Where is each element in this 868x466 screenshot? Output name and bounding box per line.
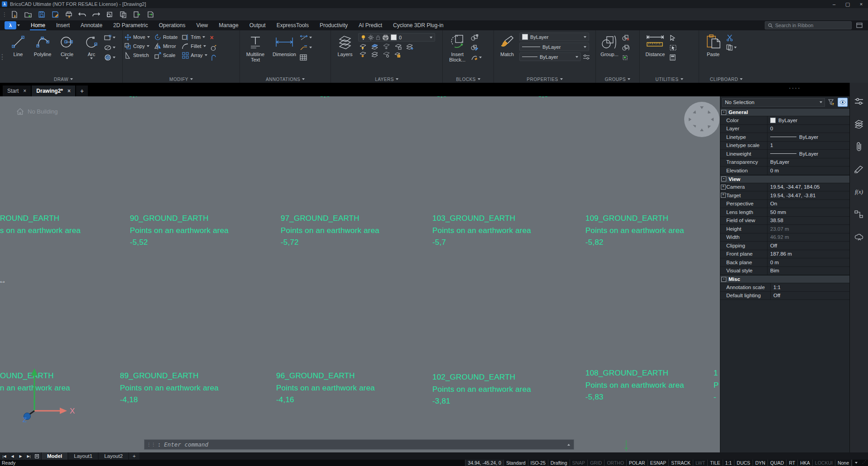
components-panel-icon[interactable]	[854, 232, 864, 242]
tab-expresstools[interactable]: ExpressTools	[271, 20, 314, 30]
match-properties-button[interactable]: Match	[496, 31, 518, 57]
copy-clip-button[interactable]	[726, 44, 737, 51]
layer-freeze-icon[interactable]	[383, 43, 390, 50]
properties-settings-icon[interactable]	[583, 54, 590, 60]
properties-panel-drag-handle[interactable]: ····	[789, 84, 801, 91]
erase-button[interactable]: ×	[210, 34, 217, 41]
save-as-icon[interactable]	[51, 10, 60, 19]
ellipse-dropdown-icon[interactable]	[113, 47, 115, 48]
layer-thaw-icon[interactable]	[383, 52, 390, 58]
lineweight-select[interactable]: ByLayer	[519, 52, 581, 61]
ground-label[interactable]: 96_GROUND_EARTHPoints on an earthwork ar…	[276, 370, 375, 406]
tab-view[interactable]: View	[191, 20, 213, 30]
layer-off-icon[interactable]	[359, 52, 366, 58]
status-annotation-scale[interactable]: 1:1	[723, 460, 735, 466]
tab-home[interactable]: Home	[25, 20, 51, 30]
distance-button[interactable]: Distance	[642, 31, 669, 57]
layer-unlock-icon[interactable]	[394, 43, 402, 50]
building-indicator[interactable]: No Building	[16, 108, 58, 115]
ellipse-button[interactable]	[104, 44, 115, 51]
ribbon-search-input[interactable]: Search in Ribbon	[765, 21, 852, 29]
redo-icon[interactable]	[91, 10, 101, 19]
tab-output[interactable]: Output	[244, 20, 271, 30]
prop-row-default-lighting[interactable]: Default lighting Off	[720, 292, 849, 300]
paste-button[interactable]: Paste	[701, 31, 725, 57]
panel-title-utilities[interactable]: UTILITIES	[642, 76, 697, 83]
ground-label[interactable]: 108_GROUND_EARTHPoints on an earthwork a…	[585, 367, 684, 404]
sheets-panel-icon[interactable]	[854, 164, 864, 174]
fillet-button[interactable]: Fillet	[182, 42, 207, 50]
layer-select[interactable]: 0	[358, 33, 435, 42]
prop-row-perspective[interactable]: Perspective On	[720, 200, 849, 209]
tab-model[interactable]: Model	[42, 452, 67, 460]
status-toggle-rt[interactable]: RT	[786, 460, 798, 466]
insert-block-button[interactable]: InsertBlock...	[445, 31, 470, 62]
status-toggle-lockui[interactable]: LOCKUI	[812, 460, 835, 466]
ribbon-drag-handle[interactable]: ⋮	[0, 30, 5, 83]
ground-label[interactable]: 109_GROUND_EARTHPoints on an earthwork a…	[585, 213, 684, 249]
prop-row-elevation[interactable]: Elevation 0 m	[720, 166, 849, 175]
panel-title-draw[interactable]: DRAW	[6, 76, 120, 83]
layer-merge-icon[interactable]	[371, 52, 378, 58]
prop-row-front-plane[interactable]: Front plane 187.86 m	[720, 250, 849, 259]
command-line[interactable]: ⋮⋮ : Enter command	[144, 439, 574, 450]
status-toggle-quad[interactable]: QUAD	[767, 460, 786, 466]
tab-layout1[interactable]: Layout1	[68, 452, 98, 460]
status-toggle-snap[interactable]: SNAP	[570, 460, 588, 466]
status-options-dropdown[interactable]	[852, 460, 860, 466]
cut-button[interactable]	[726, 34, 737, 41]
panel-title-clipboard[interactable]: CLIPBOARD	[701, 76, 752, 83]
tab-insert[interactable]: Insert	[51, 20, 75, 30]
close-drawing2-tab-icon[interactable]: ×	[67, 88, 71, 94]
section-misc[interactable]: - Misc	[720, 275, 849, 283]
prop-row-annotation-scale[interactable]: Annotation scale 1:1	[720, 283, 849, 292]
export-icon[interactable]	[132, 10, 141, 19]
attachments-panel-icon[interactable]	[854, 142, 864, 152]
structure-panel-icon[interactable]	[854, 209, 864, 219]
dim-style-button[interactable]	[300, 34, 312, 41]
arc-button[interactable]: Arc	[80, 31, 103, 59]
stretch-button[interactable]: Stretch	[125, 51, 150, 59]
command-history-expand-icon[interactable]	[567, 444, 570, 446]
leader-button[interactable]	[300, 44, 312, 51]
close-start-tab-icon[interactable]: ×	[23, 88, 26, 94]
layer-state-add-icon[interactable]	[406, 43, 414, 50]
prop-row-layer[interactable]: Layer 0	[720, 125, 849, 133]
status-coordinates[interactable]: 34.94, -45.24, 0	[465, 460, 504, 466]
layer-lock-tool-icon[interactable]	[394, 52, 401, 58]
status-dimstyle[interactable]: ISO-25	[528, 460, 548, 466]
command-input-placeholder[interactable]: Enter command	[164, 441, 208, 448]
ground-label[interactable]: 90_GROUND_EARTHPoints on an earthwork ar…	[130, 213, 229, 249]
rotate-button[interactable]: Rotate	[154, 33, 177, 41]
ground-label[interactable]: 97_GROUND_EARTHPoints on an earthwork ar…	[281, 213, 379, 249]
array-button[interactable]: Array	[182, 51, 207, 59]
tab-annotate[interactable]: Annotate	[75, 20, 108, 30]
prop-row-linetype[interactable]: Linetype ByLayer	[720, 133, 849, 142]
group-edit-button[interactable]	[622, 44, 629, 51]
prop-row-field-of-view[interactable]: Field of view 38.58	[720, 217, 849, 225]
application-menu-chevron-icon[interactable]	[17, 24, 20, 26]
status-toggle-ducs[interactable]: DUCS	[734, 460, 753, 466]
tab-2d-parametric[interactable]: 2D Parametric	[108, 20, 153, 30]
layers-panel-icon[interactable]	[854, 119, 864, 129]
status-workspace[interactable]: Standard	[504, 460, 528, 466]
fields-panel-icon[interactable]: f(x)	[854, 187, 864, 197]
dimension-button[interactable]: Dimension	[270, 31, 299, 57]
ground-label[interactable]: 89_GROUND_EARTHPoints on an earthwork ar…	[120, 370, 219, 406]
tab-ai-predict[interactable]: AI Predict	[353, 20, 388, 30]
layout-list-icon[interactable]	[33, 452, 41, 460]
panel-title-blocks[interactable]: BLOCKS	[445, 76, 492, 83]
ungroup-button[interactable]	[622, 34, 629, 41]
copy-icon[interactable]	[119, 10, 128, 19]
collapse-misc-icon[interactable]: -	[721, 277, 726, 282]
close-button[interactable]: ×	[854, 0, 868, 8]
copy-button[interactable]: Copy	[125, 42, 150, 50]
arc-dropdown-icon[interactable]	[90, 57, 93, 59]
prop-row-transparency[interactable]: Transparency ByLayer	[720, 158, 849, 167]
rectangle-dropdown-icon[interactable]	[113, 37, 115, 38]
tab-cyclone-3dr-plugin[interactable]: Cyclone 3DR Plug-in	[388, 20, 449, 30]
line-button[interactable]: Line	[6, 31, 30, 57]
maximize-button[interactable]: ▢	[841, 0, 854, 8]
block-edit-button[interactable]	[471, 44, 482, 51]
ribbon-options-icon[interactable]	[854, 22, 864, 29]
